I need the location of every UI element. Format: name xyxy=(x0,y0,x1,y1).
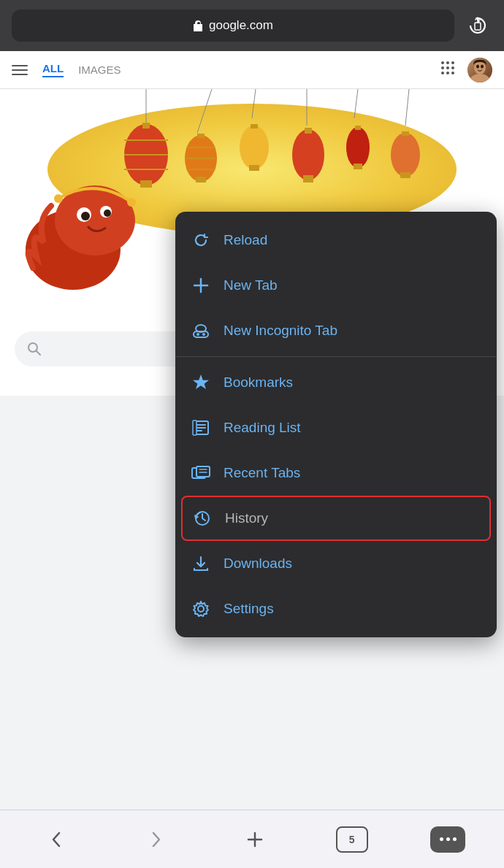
reading-list-icon xyxy=(190,417,212,439)
svg-point-53 xyxy=(28,343,37,352)
svg-rect-37 xyxy=(305,128,312,134)
svg-point-7 xyxy=(451,66,454,69)
back-button[interactable] xyxy=(39,821,75,858)
star-icon xyxy=(190,372,212,393)
url-bar[interactable]: google.com xyxy=(12,9,454,42)
gear-icon xyxy=(190,598,212,620)
svg-point-52 xyxy=(127,198,136,207)
tab-images[interactable]: IMAGES xyxy=(78,64,121,76)
svg-point-39 xyxy=(346,127,370,168)
history-label: History xyxy=(225,510,268,526)
svg-point-51 xyxy=(54,194,63,203)
svg-point-3 xyxy=(446,61,449,64)
bottom-nav: 5 xyxy=(0,810,504,868)
svg-point-14 xyxy=(481,64,484,68)
tab-all[interactable]: ALL xyxy=(42,62,64,77)
new-tab-button[interactable] xyxy=(237,821,273,858)
menu-item-new-tab[interactable]: New Tab xyxy=(175,263,497,308)
dot-2 xyxy=(446,837,450,841)
settings-label: Settings xyxy=(224,601,274,617)
svg-line-19 xyxy=(354,89,358,118)
svg-line-54 xyxy=(37,351,40,355)
download-icon xyxy=(190,553,212,575)
svg-point-50 xyxy=(104,210,111,217)
incognito-icon xyxy=(190,320,212,342)
incognito-label: New Incognito Tab xyxy=(224,323,337,339)
tab-count: 5 xyxy=(349,834,355,845)
hamburger-button[interactable] xyxy=(12,65,28,75)
svg-rect-34 xyxy=(251,124,258,128)
svg-rect-22 xyxy=(142,123,150,128)
avatar[interactable] xyxy=(467,58,492,82)
share-button[interactable] xyxy=(463,11,492,40)
svg-rect-68 xyxy=(196,466,210,477)
menu-divider-1 xyxy=(175,356,497,357)
svg-point-59 xyxy=(196,333,199,336)
recent-tabs-icon xyxy=(190,462,212,484)
svg-rect-40 xyxy=(355,126,361,130)
dot-1 xyxy=(440,837,443,841)
menu-item-history[interactable]: History xyxy=(181,496,491,541)
svg-point-4 xyxy=(451,61,454,64)
menu-item-recent-tabs[interactable]: Recent Tabs xyxy=(175,450,497,496)
svg-rect-1 xyxy=(475,23,481,30)
svg-rect-66 xyxy=(193,420,196,435)
search-icon xyxy=(26,341,42,357)
menu-item-reading-list[interactable]: Reading List xyxy=(175,405,497,450)
svg-rect-29 xyxy=(196,177,206,183)
svg-point-5 xyxy=(441,66,444,69)
svg-point-33 xyxy=(240,126,269,169)
reading-list-label: Reading List xyxy=(224,420,301,436)
context-menu: Reload New Tab New Incognito Tab xyxy=(175,212,497,637)
svg-point-12 xyxy=(470,74,490,82)
svg-point-11 xyxy=(474,61,486,74)
plus-icon xyxy=(190,274,212,296)
svg-line-16 xyxy=(197,89,212,133)
svg-point-6 xyxy=(446,66,449,69)
svg-rect-35 xyxy=(249,165,259,171)
more-button[interactable] xyxy=(430,826,465,853)
menu-item-bookmarks[interactable]: Bookmarks xyxy=(175,360,497,405)
svg-rect-38 xyxy=(303,175,313,183)
svg-point-2 xyxy=(441,61,444,64)
svg-rect-28 xyxy=(197,134,205,138)
svg-point-60 xyxy=(202,333,205,336)
svg-line-17 xyxy=(252,89,256,118)
history-icon xyxy=(191,507,213,529)
svg-rect-44 xyxy=(400,172,411,178)
recent-tabs-label: Recent Tabs xyxy=(224,465,300,481)
reload-icon xyxy=(190,229,212,251)
svg-point-36 xyxy=(292,129,324,180)
svg-point-49 xyxy=(81,212,90,220)
svg-point-10 xyxy=(451,72,454,74)
bookmarks-label: Bookmarks xyxy=(224,375,293,391)
svg-point-8 xyxy=(441,72,444,74)
forward-button[interactable] xyxy=(137,821,174,858)
downloads-label: Downloads xyxy=(224,556,292,572)
dot-3 xyxy=(453,837,457,841)
toolbar-right xyxy=(440,58,492,82)
svg-rect-43 xyxy=(402,131,409,136)
menu-item-downloads[interactable]: Downloads xyxy=(175,541,497,586)
browser-toolbar: ALL IMAGES xyxy=(0,51,504,89)
lock-icon xyxy=(193,20,203,31)
svg-point-9 xyxy=(446,72,449,74)
svg-point-72 xyxy=(198,606,204,612)
grid-icon[interactable] xyxy=(440,60,456,80)
svg-point-42 xyxy=(391,133,420,177)
svg-marker-61 xyxy=(193,375,209,389)
address-bar: google.com xyxy=(0,0,504,51)
svg-rect-41 xyxy=(354,164,362,169)
reload-label: Reload xyxy=(224,232,267,248)
new-tab-label: New Tab xyxy=(224,277,278,293)
tab-count-button[interactable]: 5 xyxy=(336,826,368,853)
url-text: google.com xyxy=(209,18,273,33)
menu-item-incognito[interactable]: New Incognito Tab xyxy=(175,308,497,353)
menu-item-reload[interactable]: Reload xyxy=(175,218,497,263)
svg-line-20 xyxy=(405,89,409,126)
menu-item-settings[interactable]: Settings xyxy=(175,586,497,631)
svg-point-13 xyxy=(476,64,479,68)
